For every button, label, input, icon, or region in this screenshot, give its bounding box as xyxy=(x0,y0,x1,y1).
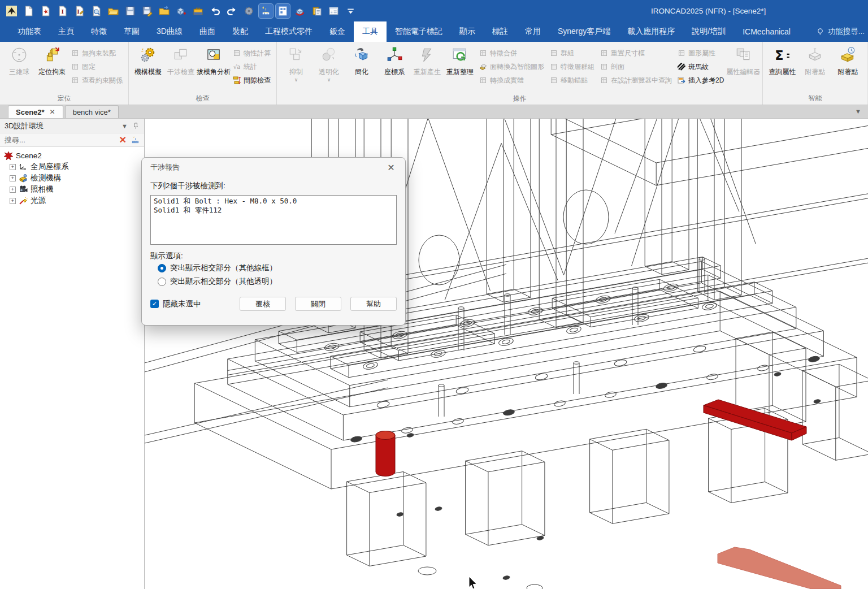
checkbox-checked-icon[interactable]: ✓ xyxy=(150,300,159,308)
ribbon-tab-3[interactable]: 特徵 xyxy=(83,21,115,42)
regen-icon xyxy=(419,46,436,66)
save-icon[interactable] xyxy=(123,4,137,18)
ribbon-big-button[interactable]: 機構模擬 xyxy=(132,44,164,77)
ribbon-big-button[interactable]: 定位拘束 xyxy=(36,44,68,77)
undo-icon[interactable] xyxy=(208,4,222,18)
ribbon-small-button: 無拘束裝配 xyxy=(71,48,123,58)
document-tab[interactable]: Scene2*✕ xyxy=(8,105,63,118)
clear-search-icon[interactable]: ✕ xyxy=(119,136,127,145)
tree-filter-icon[interactable] xyxy=(131,136,140,144)
save-as-icon[interactable] xyxy=(140,4,154,18)
properties-list-icon[interactable] xyxy=(327,4,341,18)
gsm-icon xyxy=(550,63,558,71)
tree-item[interactable]: +檢測機構 xyxy=(1,172,143,184)
catalog-browser-icon[interactable] xyxy=(191,4,205,18)
update-link-icon[interactable] xyxy=(293,4,307,18)
feature-search[interactable]: 功能搜尋... xyxy=(816,21,867,42)
expander-icon[interactable]: + xyxy=(10,164,16,170)
ribbon-small-button[interactable]: 間隙檢查 xyxy=(233,75,271,85)
tree-item[interactable]: +照相機 xyxy=(1,184,143,195)
document-tab[interactable]: bench vice* xyxy=(65,105,119,118)
ribbon-small-button: 面轉換為智能圖形 xyxy=(479,62,544,72)
ribbon-tab-15[interactable]: Synergy客戶端 xyxy=(549,21,619,42)
export-folder-icon[interactable] xyxy=(157,4,171,18)
lightbulb-icon xyxy=(816,28,824,36)
ribbon-big-button[interactable]: 拔模角分析 xyxy=(197,44,230,77)
radio-unselected-icon[interactable] xyxy=(158,278,166,286)
ribbon-tab-13[interactable]: 標註 xyxy=(484,21,517,42)
verify-button[interactable]: 覆核 xyxy=(240,297,286,311)
ribbon-tab-7[interactable]: 裝配 xyxy=(224,21,257,42)
gsm-icon xyxy=(71,76,79,84)
close-tab-icon[interactable]: ✕ xyxy=(50,108,55,116)
new-drawing-icon[interactable]: I xyxy=(55,4,70,18)
propedit-icon xyxy=(735,46,752,66)
new-sheet-icon[interactable]: I xyxy=(72,4,86,18)
hide-unselected-option[interactable]: ✓ 隱藏未選中 xyxy=(150,299,201,309)
radio-option-transparent[interactable]: 突出顯示相交部分（其他透明） xyxy=(150,275,397,288)
expander-icon[interactable]: + xyxy=(10,187,16,193)
ribbon-tab-10[interactable]: 工具 xyxy=(354,21,387,42)
help-button[interactable]: 幫助 xyxy=(350,297,397,311)
ribbon-tab-2[interactable]: 主頁 xyxy=(50,21,83,42)
hole-ellipse xyxy=(503,409,515,416)
gears-icon xyxy=(140,46,157,66)
ribbon-small-button: 物性計算 xyxy=(233,48,271,58)
collapse-ribbon-icon[interactable]: ▼ xyxy=(855,108,861,115)
ribbon-tab-12[interactable]: 顯示 xyxy=(451,21,484,42)
expander-icon[interactable]: + xyxy=(10,175,16,181)
view-file-icon[interactable] xyxy=(89,4,103,18)
ribbon-big-button[interactable]: 簡化 xyxy=(345,44,378,77)
hole-ellipse xyxy=(366,363,375,368)
search-input[interactable] xyxy=(5,136,115,144)
panel-dropdown-icon[interactable]: ▼ xyxy=(121,123,128,129)
new-scene-icon[interactable] xyxy=(38,4,53,18)
hole-ellipse xyxy=(397,512,404,517)
interference-list-item[interactable]: Solid1 和 零件112 xyxy=(154,206,393,215)
ribbon-tab-1[interactable]: 功能表 xyxy=(9,21,50,42)
design-tree-toggle-icon[interactable] xyxy=(259,4,273,18)
insert-part-icon[interactable] xyxy=(174,4,188,18)
close-button[interactable]: 關閉 xyxy=(295,297,341,311)
interference-list[interactable]: Solid1 和 Bolt : Hex - M8.0 x 50.0Solid1 … xyxy=(150,195,397,245)
ribbon-tab-18[interactable]: ICMechanical xyxy=(734,21,799,42)
paste-clipboard-icon[interactable] xyxy=(310,4,324,18)
radio-selected-icon[interactable] xyxy=(158,264,166,272)
ribbon-big-button[interactable]: 重新整理 xyxy=(444,44,476,77)
close-icon[interactable]: ✕ xyxy=(381,162,401,173)
toolbar-overflow-icon[interactable] xyxy=(344,4,358,18)
ribbon-tab-9[interactable]: 鈑金 xyxy=(321,21,354,42)
tree-item[interactable]: Scene2 xyxy=(1,150,143,161)
open-folder-icon[interactable] xyxy=(106,4,120,18)
ribbon-tab-14[interactable]: 常用 xyxy=(517,21,549,42)
checkbox-label: 隱藏未選中 xyxy=(163,299,201,309)
ribbon-big-button[interactable]: 座標系 xyxy=(378,44,411,77)
quick-access-toolbar: II xyxy=(5,4,358,18)
ribbon-tab-8[interactable]: 工程模式零件 xyxy=(257,21,321,42)
panel-window-toggle-icon[interactable] xyxy=(276,4,290,18)
smartface-icon xyxy=(479,63,487,71)
ribbon-tab-4[interactable]: 草圖 xyxy=(115,21,148,42)
pin-icon[interactable] xyxy=(132,122,140,129)
ribbon-tab-16[interactable]: 載入應用程序 xyxy=(619,21,683,42)
ribbon-tab-17[interactable]: 說明/培訓 xyxy=(683,21,734,42)
tree-item[interactable]: +全局座標系 xyxy=(1,161,143,172)
simplify-icon xyxy=(353,46,370,66)
app-logo-icon[interactable] xyxy=(5,4,19,18)
options-gear-icon[interactable] xyxy=(242,4,256,18)
expander-icon[interactable]: + xyxy=(10,198,16,204)
redo-icon[interactable] xyxy=(225,4,239,18)
ribbon-small-button[interactable]: 插入參考2D xyxy=(678,75,724,85)
ribbon-small-button[interactable]: 斑馬紋 xyxy=(678,62,724,72)
radio-option-wireframe[interactable]: 突出顯示相交部分（其他線框） xyxy=(150,261,397,275)
tree-item[interactable]: +光源 xyxy=(1,195,143,206)
ribbon-big-button[interactable]: 附著點 xyxy=(831,44,864,77)
ribbon-big-button[interactable]: Σ查詢屬性 xyxy=(766,44,798,77)
new-document-icon[interactable] xyxy=(21,4,36,18)
ribbon-tab-6[interactable]: 曲面 xyxy=(191,21,224,42)
ribbon-tab-5[interactable]: 3D曲線 xyxy=(148,21,191,42)
interference-list-item[interactable]: Solid1 和 Bolt : Hex - M8.0 x 50.0 xyxy=(154,197,393,206)
hole-ellipse xyxy=(401,427,413,434)
ribbon-tab-11[interactable]: 智能電子標記 xyxy=(387,21,451,42)
hole-ellipse xyxy=(699,258,705,260)
